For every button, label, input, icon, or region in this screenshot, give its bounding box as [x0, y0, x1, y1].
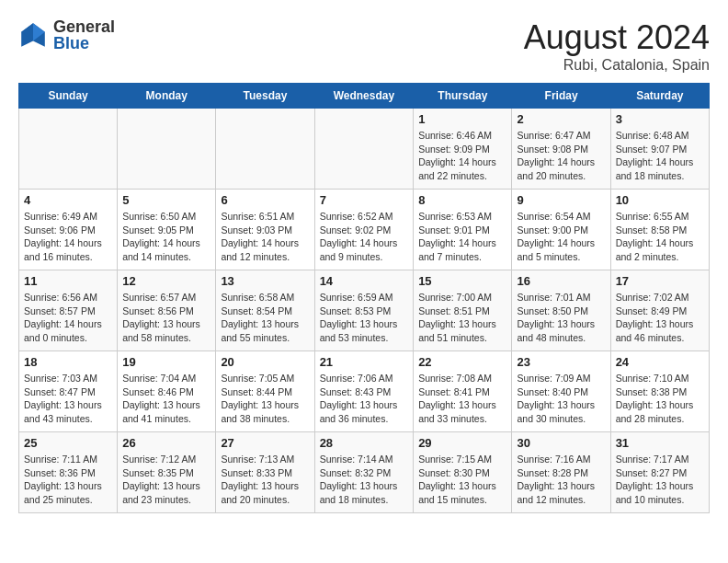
- weekday-header-row: SundayMondayTuesdayWednesdayThursdayFrid…: [19, 84, 710, 109]
- week-row-3: 11Sunrise: 6:56 AM Sunset: 8:57 PM Dayli…: [19, 270, 710, 351]
- calendar-cell: 28Sunrise: 7:14 AM Sunset: 8:32 PM Dayli…: [314, 432, 414, 513]
- calendar-cell: 29Sunrise: 7:15 AM Sunset: 8:30 PM Dayli…: [414, 432, 512, 513]
- weekday-header-saturday: Saturday: [610, 84, 709, 109]
- day-number: 11: [24, 274, 112, 288]
- day-info: Sunrise: 7:08 AM Sunset: 8:41 PM Dayligh…: [418, 372, 506, 426]
- day-info: Sunrise: 6:52 AM Sunset: 9:02 PM Dayligh…: [320, 210, 409, 264]
- title-block: August 2024 Rubi, Catalonia, Spain: [524, 18, 710, 74]
- calendar-cell: 23Sunrise: 7:09 AM Sunset: 8:40 PM Dayli…: [512, 351, 610, 432]
- day-info: Sunrise: 7:00 AM Sunset: 8:51 PM Dayligh…: [418, 291, 506, 345]
- day-info: Sunrise: 6:57 AM Sunset: 8:56 PM Dayligh…: [122, 291, 210, 345]
- calendar-cell: 14Sunrise: 6:59 AM Sunset: 8:53 PM Dayli…: [314, 270, 414, 351]
- day-info: Sunrise: 7:10 AM Sunset: 8:38 PM Dayligh…: [616, 372, 704, 426]
- day-info: Sunrise: 6:54 AM Sunset: 9:00 PM Dayligh…: [517, 210, 605, 264]
- week-row-4: 18Sunrise: 7:03 AM Sunset: 8:47 PM Dayli…: [19, 351, 710, 432]
- weekday-header-thursday: Thursday: [414, 84, 512, 109]
- day-number: 27: [221, 436, 309, 450]
- logo-blue: Blue: [53, 35, 115, 52]
- calendar-cell: 21Sunrise: 7:06 AM Sunset: 8:43 PM Dayli…: [314, 351, 414, 432]
- day-number: 25: [24, 436, 112, 450]
- day-info: Sunrise: 7:04 AM Sunset: 8:46 PM Dayligh…: [122, 372, 210, 426]
- calendar-cell: 9Sunrise: 6:54 AM Sunset: 9:00 PM Daylig…: [512, 190, 610, 270]
- day-info: Sunrise: 7:06 AM Sunset: 8:43 PM Dayligh…: [320, 372, 409, 426]
- calendar-cell: 22Sunrise: 7:08 AM Sunset: 8:41 PM Dayli…: [414, 351, 512, 432]
- day-number: 5: [122, 193, 210, 207]
- day-info: Sunrise: 7:02 AM Sunset: 8:49 PM Dayligh…: [616, 291, 704, 345]
- calendar-subtitle: Rubi, Catalonia, Spain: [524, 57, 710, 74]
- day-number: 9: [517, 193, 605, 207]
- day-info: Sunrise: 6:53 AM Sunset: 9:01 PM Dayligh…: [418, 210, 506, 264]
- day-info: Sunrise: 7:09 AM Sunset: 8:40 PM Dayligh…: [517, 372, 605, 426]
- calendar-body: 1Sunrise: 6:46 AM Sunset: 9:09 PM Daylig…: [19, 109, 710, 513]
- day-info: Sunrise: 6:47 AM Sunset: 9:08 PM Dayligh…: [517, 129, 605, 183]
- logo-general: General: [53, 18, 115, 35]
- calendar-cell: 31Sunrise: 7:17 AM Sunset: 8:27 PM Dayli…: [610, 432, 709, 513]
- day-number: 21: [320, 355, 409, 369]
- day-number: 7: [320, 193, 409, 207]
- weekday-header-monday: Monday: [118, 84, 216, 109]
- day-number: 10: [616, 193, 704, 207]
- calendar-cell: 5Sunrise: 6:50 AM Sunset: 9:05 PM Daylig…: [118, 190, 216, 270]
- day-number: 31: [616, 436, 704, 450]
- calendar-cell: 26Sunrise: 7:12 AM Sunset: 8:35 PM Dayli…: [118, 432, 216, 513]
- calendar-cell: 20Sunrise: 7:05 AM Sunset: 8:44 PM Dayli…: [216, 351, 314, 432]
- calendar-cell: 2Sunrise: 6:47 AM Sunset: 9:08 PM Daylig…: [512, 109, 610, 190]
- calendar-table: SundayMondayTuesdayWednesdayThursdayFrid…: [18, 83, 710, 513]
- calendar-cell: 10Sunrise: 6:55 AM Sunset: 8:58 PM Dayli…: [610, 190, 709, 270]
- day-info: Sunrise: 7:16 AM Sunset: 8:28 PM Dayligh…: [517, 453, 605, 507]
- calendar-cell: 4Sunrise: 6:49 AM Sunset: 9:06 PM Daylig…: [19, 190, 118, 270]
- day-number: 6: [221, 193, 309, 207]
- calendar-cell: [314, 109, 414, 190]
- day-info: Sunrise: 7:14 AM Sunset: 8:32 PM Dayligh…: [320, 453, 409, 507]
- calendar-cell: 27Sunrise: 7:13 AM Sunset: 8:33 PM Dayli…: [216, 432, 314, 513]
- day-info: Sunrise: 6:58 AM Sunset: 8:54 PM Dayligh…: [221, 291, 309, 345]
- day-number: 4: [24, 193, 112, 207]
- day-info: Sunrise: 6:55 AM Sunset: 8:58 PM Dayligh…: [616, 210, 704, 264]
- page-header: General Blue August 2024 Rubi, Catalonia…: [18, 18, 710, 74]
- weekday-header-friday: Friday: [512, 84, 610, 109]
- calendar-cell: [19, 109, 118, 190]
- day-number: 3: [616, 112, 704, 126]
- calendar-cell: 25Sunrise: 7:11 AM Sunset: 8:36 PM Dayli…: [19, 432, 118, 513]
- day-number: 18: [24, 355, 112, 369]
- day-number: 22: [418, 355, 506, 369]
- calendar-cell: 8Sunrise: 6:53 AM Sunset: 9:01 PM Daylig…: [414, 190, 512, 270]
- calendar-cell: 17Sunrise: 7:02 AM Sunset: 8:49 PM Dayli…: [610, 270, 709, 351]
- day-number: 30: [517, 436, 605, 450]
- day-info: Sunrise: 7:03 AM Sunset: 8:47 PM Dayligh…: [24, 372, 112, 426]
- day-info: Sunrise: 7:05 AM Sunset: 8:44 PM Dayligh…: [221, 372, 309, 426]
- weekday-header-sunday: Sunday: [19, 84, 118, 109]
- week-row-1: 1Sunrise: 6:46 AM Sunset: 9:09 PM Daylig…: [19, 109, 710, 190]
- day-number: 16: [517, 274, 605, 288]
- weekday-header-wednesday: Wednesday: [314, 84, 414, 109]
- week-row-5: 25Sunrise: 7:11 AM Sunset: 8:36 PM Dayli…: [19, 432, 710, 513]
- day-number: 12: [122, 274, 210, 288]
- calendar-cell: 18Sunrise: 7:03 AM Sunset: 8:47 PM Dayli…: [19, 351, 118, 432]
- calendar-title: August 2024: [524, 18, 710, 57]
- day-info: Sunrise: 6:56 AM Sunset: 8:57 PM Dayligh…: [24, 291, 112, 345]
- logo-icon: [18, 20, 48, 50]
- day-info: Sunrise: 6:50 AM Sunset: 9:05 PM Dayligh…: [122, 210, 210, 264]
- day-number: 1: [418, 112, 506, 126]
- day-info: Sunrise: 6:51 AM Sunset: 9:03 PM Dayligh…: [221, 210, 309, 264]
- day-info: Sunrise: 7:11 AM Sunset: 8:36 PM Dayligh…: [24, 453, 112, 507]
- calendar-cell: 7Sunrise: 6:52 AM Sunset: 9:02 PM Daylig…: [314, 190, 414, 270]
- day-number: 2: [517, 112, 605, 126]
- day-number: 29: [418, 436, 506, 450]
- day-number: 8: [418, 193, 506, 207]
- day-number: 20: [221, 355, 309, 369]
- weekday-header-tuesday: Tuesday: [216, 84, 314, 109]
- day-number: 15: [418, 274, 506, 288]
- day-info: Sunrise: 7:17 AM Sunset: 8:27 PM Dayligh…: [616, 453, 704, 507]
- day-info: Sunrise: 7:15 AM Sunset: 8:30 PM Dayligh…: [418, 453, 506, 507]
- calendar-cell: 16Sunrise: 7:01 AM Sunset: 8:50 PM Dayli…: [512, 270, 610, 351]
- day-info: Sunrise: 6:46 AM Sunset: 9:09 PM Dayligh…: [418, 129, 506, 183]
- week-row-2: 4Sunrise: 6:49 AM Sunset: 9:06 PM Daylig…: [19, 190, 710, 270]
- day-info: Sunrise: 6:59 AM Sunset: 8:53 PM Dayligh…: [320, 291, 409, 345]
- calendar-cell: 30Sunrise: 7:16 AM Sunset: 8:28 PM Dayli…: [512, 432, 610, 513]
- calendar-cell: 24Sunrise: 7:10 AM Sunset: 8:38 PM Dayli…: [610, 351, 709, 432]
- day-number: 17: [616, 274, 704, 288]
- logo-text: General Blue: [53, 18, 115, 52]
- day-info: Sunrise: 7:01 AM Sunset: 8:50 PM Dayligh…: [517, 291, 605, 345]
- day-number: 19: [122, 355, 210, 369]
